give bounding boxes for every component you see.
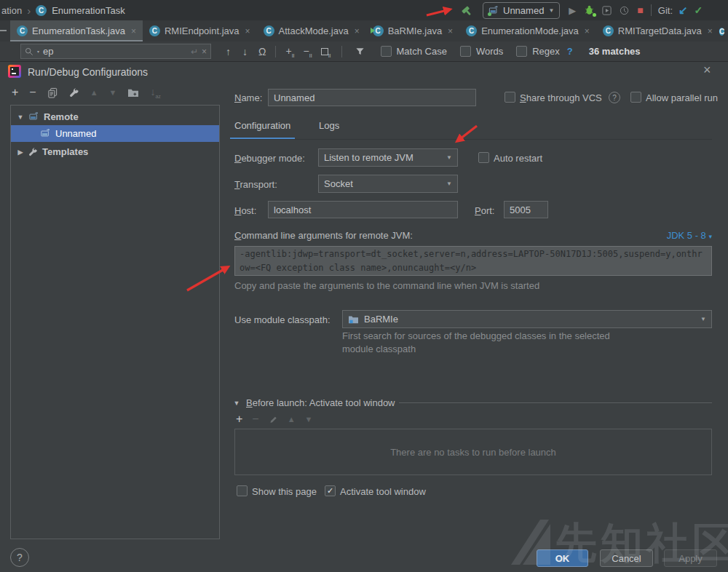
task-move-up-button[interactable]: ▲ [288,416,296,424]
auto-restart-checkbox[interactable] [478,152,489,163]
run-configuration-select[interactable]: Unnamed ▼ [483,2,560,19]
breadcrumb: ation › C EnumerationTask [0,0,125,20]
task-move-down-button[interactable]: ▼ [305,416,313,424]
search-input[interactable]: ▾ ep ↵ × [20,44,211,59]
share-vcs-label: Share through VCS [520,92,602,103]
clear-search-icon[interactable]: × [202,47,207,57]
host-input[interactable]: localhost [268,201,458,218]
allow-parallel-checkbox[interactable] [630,92,641,103]
before-launch-label[interactable]: Before launch: Activate tool window [246,397,395,408]
intellij-logo-icon [8,65,21,78]
module-classpath-select[interactable]: BaRMIe ▼ [342,310,712,328]
move-up-button[interactable]: ▲ [90,89,98,97]
newline-icon[interactable]: ↵ [191,47,198,57]
ok-button[interactable]: OK [537,549,588,567]
port-label: Port: [475,205,494,216]
dialog-title: Run/Debug Configurations [28,66,148,78]
activate-tool-window-checkbox[interactable]: ✓ [325,485,336,496]
show-this-page-checkbox[interactable] [237,485,248,496]
sort-configurations-button[interactable]: ↓az [150,87,160,99]
editor-tab-bar: C EnumerationTask.java × C RMIEndpoint.j… [0,20,728,41]
git-commit-icon[interactable]: ✓ [695,4,703,16]
add-configuration-button[interactable]: + [12,87,18,98]
apply-button[interactable]: Apply [664,549,717,567]
match-count: 36 matches [589,46,641,57]
copy-configuration-button[interactable] [47,87,58,98]
jdk-version-link[interactable]: JDK 5 - 8 ▾ [655,230,712,241]
before-launch-task-list: There are no tasks to run before launch [234,429,712,475]
share-vcs-checkbox[interactable] [505,92,515,103]
chevron-down-icon: ▼ [700,316,706,322]
regex-help-icon[interactable]: ? [567,46,573,57]
coverage-button[interactable] [601,5,612,16]
git-label: Git: [658,5,673,16]
allow-parallel-label: Allow parallel run [646,92,718,103]
dialog-close-icon[interactable]: × [703,63,711,78]
editor-tab[interactable]: C EnumerationTask.java × [10,20,143,41]
add-occurrence-button[interactable]: +II [285,45,294,58]
remove-configuration-button[interactable]: − [29,87,36,98]
git-update-icon[interactable]: ↙ [678,4,688,17]
regex-checkbox[interactable] [516,46,527,57]
name-input[interactable]: Unnamed [268,89,476,106]
before-launch-collapse-icon[interactable]: ▼ [233,400,240,407]
tree-group-remote[interactable]: ▼ Remote [11,108,219,125]
tree-collapsed-icon[interactable]: ▶ [17,148,24,156]
edit-task-pencil-icon[interactable] [269,415,278,424]
remove-occurrence-button[interactable]: −II [304,45,312,58]
cmd-args-text[interactable]: -agentlib:jdwp=transport=dt_socket,serve… [234,246,712,276]
editor-tab[interactable]: C RMITargetData.java × [596,20,719,41]
cancel-button[interactable]: Cancel [600,549,653,567]
find-bar-divider [341,46,342,57]
remote-config-icon [28,112,39,122]
previous-occurrence-button[interactable]: ↑ [226,46,231,57]
tree-expanded-icon[interactable]: ▼ [17,114,24,121]
next-occurrence-button[interactable]: ↓ [242,46,248,57]
move-down-button[interactable]: ▼ [109,89,117,97]
search-query: ep [43,46,187,57]
add-task-button[interactable]: + [236,413,242,425]
port-input[interactable]: 5005 [504,201,548,218]
editor-tab[interactable]: C AttackMode.java × [257,20,366,41]
tree-group-templates[interactable]: ▶ Templates [11,143,219,160]
configurations-tree: ▼ Remote Unnamed ▶ [10,105,220,539]
auto-restart-label: Auto restart [494,153,542,164]
tab-configuration[interactable]: Configuration [230,120,295,140]
match-case-checkbox[interactable] [381,46,392,57]
tab-separator [230,139,712,140]
words-checkbox[interactable] [460,46,471,57]
run-button[interactable]: ▶ [569,5,576,16]
select-all-occurrences-button[interactable]: II [321,45,331,58]
build-hammer-icon[interactable] [460,4,472,17]
find-all-button[interactable]: Ω [258,46,266,57]
help-button[interactable]: ? [10,548,29,567]
remove-task-button[interactable]: − [252,413,258,425]
close-icon[interactable]: × [355,26,360,36]
find-bar-divider [275,46,276,57]
tab-logs[interactable]: Logs [314,120,344,138]
close-icon[interactable]: × [585,26,590,36]
create-folder-button[interactable] [127,87,139,98]
breadcrumb-package[interactable]: ation [1,5,22,16]
tree-item-unnamed[interactable]: Unnamed [11,125,219,142]
close-icon[interactable]: × [448,26,453,36]
run-overlay-icon [371,28,375,33]
debugger-mode-select[interactable]: Listen to remote JVM ▼ [318,148,458,167]
profiler-button[interactable] [619,5,630,16]
class-icon: C [36,5,47,16]
transport-select[interactable]: Socket ▼ [318,175,458,193]
vcs-help-icon[interactable]: ? [609,92,620,103]
editor-tab[interactable]: C EnumerationMode.java × [459,20,596,41]
editor-tab[interactable]: C RMIEndpoint.java × [143,20,257,41]
debug-button[interactable] [584,4,595,16]
search-options-caret-icon[interactable]: ▾ [37,49,39,54]
close-icon[interactable]: × [131,26,136,36]
close-icon[interactable]: × [708,26,713,36]
filter-icon[interactable] [355,47,365,56]
stop-button[interactable]: ■ [637,4,643,16]
editor-tab[interactable]: C BaRMIe.java × [366,20,459,41]
edit-defaults-wrench-button[interactable] [69,87,79,98]
breadcrumb-class[interactable]: EnumerationTask [52,5,124,16]
chevron-down-icon: ▼ [446,154,452,161]
close-icon[interactable]: × [245,26,250,36]
